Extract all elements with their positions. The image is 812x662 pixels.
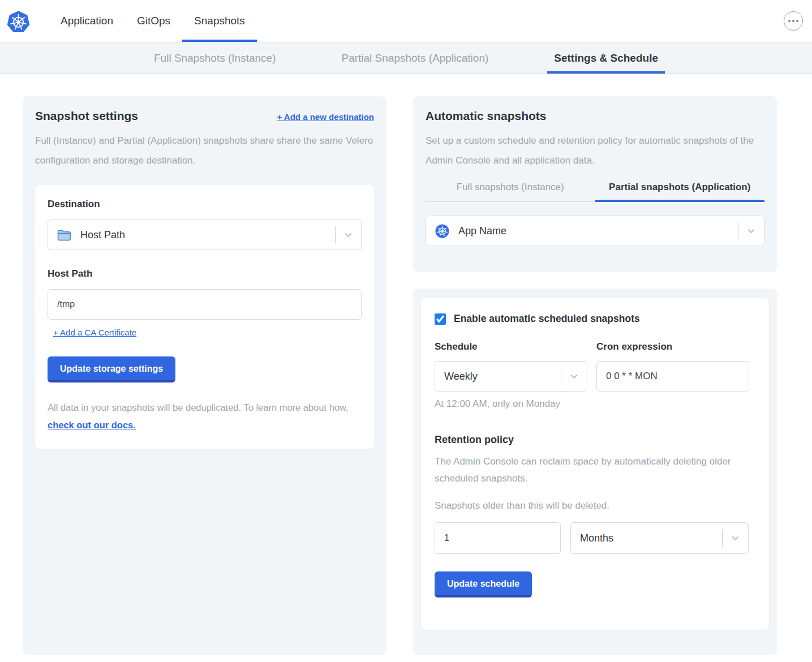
subtab-full-snapshots[interactable]: Full Snapshots (Instance): [147, 42, 282, 74]
docs-link[interactable]: check out our docs.: [48, 420, 136, 430]
retention-unit-select[interactable]: Months: [570, 522, 749, 554]
retention-policy-title: Retention policy: [435, 434, 755, 446]
chevron-down-icon: [561, 368, 587, 385]
automatic-snapshots-card: Automatic snapshots Set up a custom sche…: [413, 96, 777, 272]
enable-snapshots-row: Enable automatic scheduled snapshots: [435, 313, 755, 325]
cron-expression-label: Cron expression: [596, 341, 749, 353]
subtab-partial-snapshots[interactable]: Partial Snapshots (Application): [334, 42, 495, 74]
automatic-snapshots-title: Automatic snapshots: [426, 109, 764, 123]
retention-count-input[interactable]: [435, 522, 561, 554]
destination-value: Host Path: [80, 229, 125, 241]
cron-human-readable: At 12:00 AM, only on Monday: [435, 398, 755, 410]
more-menu-button[interactable]: [784, 11, 803, 31]
update-storage-settings-button[interactable]: Update storage settings: [48, 356, 175, 382]
retention-hint: Snapshots older than this will be delete…: [435, 500, 755, 511]
schedule-panel: Enable automatic scheduled snapshots Sch…: [421, 298, 769, 630]
retention-unit-value: Months: [580, 532, 613, 544]
host-path-input[interactable]: [48, 289, 362, 320]
snapshot-settings-card: Snapshot settings + Add a new destinatio…: [23, 96, 386, 655]
retention-inputs-row: Months: [435, 522, 755, 554]
app-kubernetes-icon: [435, 224, 449, 238]
tab-partial-snapshots-application[interactable]: Partial snapshots (Application): [595, 182, 765, 202]
enable-snapshots-label[interactable]: Enable automatic scheduled snapshots: [454, 313, 640, 325]
add-new-destination-link[interactable]: + Add a new destination: [277, 112, 374, 122]
chevron-down-icon: [722, 530, 748, 547]
right-column: Automatic snapshots Set up a custom sche…: [413, 96, 777, 655]
enable-snapshots-checkbox[interactable]: [435, 313, 446, 325]
top-nav-tabs: Application GitOps Snapshots: [49, 0, 257, 42]
tab-full-snapshots-instance[interactable]: Full snapshots (Instance): [426, 182, 595, 202]
main-content: Snapshot settings + Add a new destinatio…: [0, 74, 812, 655]
add-ca-certificate-link[interactable]: + Add a CA Certificate: [53, 328, 136, 337]
storage-settings-panel: Destination Host Path Host Path + Add a …: [35, 185, 374, 449]
schedule-card: Enable automatic scheduled snapshots Sch…: [413, 289, 777, 655]
update-schedule-button[interactable]: Update schedule: [435, 571, 532, 597]
tab-snapshots[interactable]: Snapshots: [182, 0, 257, 42]
kubernetes-logo-icon: [7, 10, 30, 33]
app-select-value: App Name: [458, 225, 506, 237]
folder-icon: [57, 229, 71, 241]
schedule-interval-value: Weekly: [444, 371, 478, 382]
destination-label: Destination: [48, 199, 362, 210]
schedule-interval-select[interactable]: Weekly: [435, 361, 587, 392]
top-nav: Application GitOps Snapshots: [0, 0, 812, 42]
cron-expression-input[interactable]: [596, 361, 749, 392]
chevron-down-icon: [738, 222, 764, 239]
destination-select[interactable]: Host Path: [48, 220, 362, 250]
retention-policy-description: The Admin Console can reclaim space by a…: [435, 453, 755, 487]
app-select[interactable]: App Name: [426, 216, 764, 246]
chevron-down-icon: [335, 226, 361, 243]
ellipsis-icon: [788, 20, 790, 22]
snapshot-scope-tabs: Full snapshots (Instance) Partial snapsh…: [426, 182, 764, 202]
tab-application[interactable]: Application: [49, 0, 125, 42]
snapshot-settings-title: Snapshot settings: [35, 109, 138, 123]
dedup-note: All data in your snapshots will be dedup…: [48, 399, 362, 434]
snapshots-subnav: Full Snapshots (Instance) Partial Snapsh…: [0, 42, 812, 74]
snapshot-settings-description: Full (Instance) and Partial (Application…: [35, 131, 374, 170]
subtab-settings-schedule[interactable]: Settings & Schedule: [547, 42, 665, 74]
host-path-label: Host Path: [48, 268, 362, 280]
schedule-label: Schedule: [435, 341, 587, 353]
automatic-snapshots-description: Set up a custom schedule and retention p…: [426, 131, 764, 170]
tab-gitops[interactable]: GitOps: [125, 0, 182, 42]
